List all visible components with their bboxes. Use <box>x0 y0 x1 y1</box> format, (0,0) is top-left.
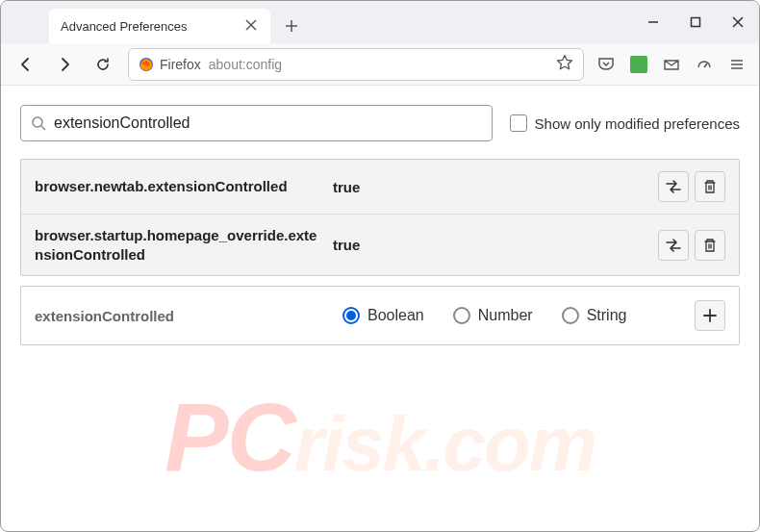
svg-point-2 <box>33 117 42 127</box>
radio-icon <box>562 307 579 324</box>
toolbar-actions <box>595 54 747 75</box>
pref-name: browser.startup.homepage_override.extens… <box>35 226 323 264</box>
radio-label: Number <box>478 307 533 324</box>
search-icon <box>31 115 46 131</box>
radio-icon <box>342 307 360 324</box>
checkbox-icon[interactable] <box>510 114 527 132</box>
pref-value: true <box>333 179 648 195</box>
pocket-icon[interactable] <box>595 54 617 75</box>
url-text: about:config <box>209 57 548 72</box>
radio-icon <box>453 307 470 324</box>
identity-box[interactable]: Firefox <box>139 57 201 72</box>
radio-number[interactable]: Number <box>453 307 533 324</box>
pref-name: browser.newtab.extensionControlled <box>35 177 323 196</box>
tab-title: Advanced Preferences <box>61 19 236 34</box>
hamburger-menu-icon[interactable] <box>726 54 747 75</box>
add-pref-name: extensionControlled <box>35 308 314 324</box>
trash-icon <box>702 238 718 253</box>
add-preference-row: extensionControlled Boolean Number Strin… <box>20 286 740 345</box>
pref-actions <box>658 171 725 202</box>
table-row: browser.startup.homepage_override.extens… <box>21 214 739 275</box>
identity-label: Firefox <box>160 57 201 72</box>
navigation-toolbar: Firefox about:config <box>1 43 759 86</box>
close-tab-icon[interactable] <box>243 15 259 37</box>
about-config-content: Show only modified preferences browser.n… <box>1 86 759 365</box>
preferences-table: browser.newtab.extensionControlled true … <box>20 159 740 276</box>
minimize-button[interactable] <box>642 11 665 34</box>
table-row: browser.newtab.extensionControlled true <box>21 160 739 214</box>
radio-label: Boolean <box>367 307 424 324</box>
inbox-icon[interactable] <box>661 54 682 75</box>
window-controls <box>642 11 749 34</box>
plus-icon <box>702 308 718 323</box>
bookmark-star-icon[interactable] <box>556 54 573 75</box>
radio-string[interactable]: String <box>562 307 627 324</box>
toggle-icon <box>665 178 682 195</box>
back-button[interactable] <box>13 51 39 78</box>
add-button[interactable] <box>695 300 725 331</box>
watermark: PCrisk.com <box>165 382 595 493</box>
extension-icon[interactable] <box>628 54 649 75</box>
show-modified-checkbox[interactable]: Show only modified preferences <box>510 114 740 132</box>
delete-button[interactable] <box>695 171 725 202</box>
search-input[interactable] <box>54 114 482 132</box>
forward-button[interactable] <box>51 51 78 78</box>
toggle-icon <box>665 237 682 254</box>
pref-actions <box>658 230 725 261</box>
dashboard-icon[interactable] <box>694 54 715 75</box>
toggle-button[interactable] <box>658 230 689 261</box>
radio-boolean[interactable]: Boolean <box>342 307 424 324</box>
new-tab-button[interactable] <box>274 9 309 43</box>
type-radio-group: Boolean Number String <box>342 307 666 324</box>
firefox-icon <box>139 57 154 72</box>
browser-tab[interactable]: Advanced Preferences <box>49 9 270 43</box>
search-row: Show only modified preferences <box>20 105 740 141</box>
pref-value: true <box>333 237 648 253</box>
svg-rect-0 <box>692 18 700 27</box>
show-modified-label: Show only modified preferences <box>535 115 740 132</box>
maximize-button[interactable] <box>684 11 707 34</box>
search-input-container[interactable] <box>20 105 493 141</box>
toggle-button[interactable] <box>658 171 689 202</box>
radio-label: String <box>587 307 627 324</box>
title-bar: Advanced Preferences <box>1 1 759 43</box>
url-bar[interactable]: Firefox about:config <box>128 48 584 81</box>
trash-icon <box>702 179 718 194</box>
delete-button[interactable] <box>695 230 725 261</box>
reload-button[interactable] <box>89 51 116 78</box>
close-window-button[interactable] <box>726 11 749 34</box>
